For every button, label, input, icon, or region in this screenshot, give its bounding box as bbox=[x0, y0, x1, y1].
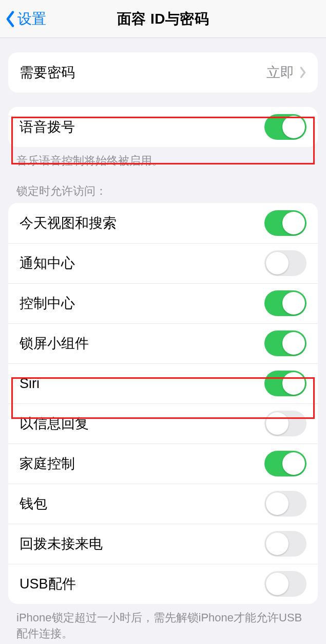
lock-item-toggle[interactable] bbox=[264, 411, 306, 436]
lock-item-label: 回拨未接来电 bbox=[20, 535, 103, 553]
lock-item-row: 家庭控制 bbox=[8, 444, 318, 484]
lock-item-toggle[interactable] bbox=[264, 250, 306, 276]
voice-dial-row: 语音拨号 bbox=[8, 107, 318, 147]
lock-item-row: USB配件 bbox=[8, 564, 318, 604]
lock-item-label: 以信息回复 bbox=[20, 414, 89, 433]
lock-item-toggle[interactable] bbox=[264, 451, 306, 476]
lock-item-row: 回拨未接来电 bbox=[8, 524, 318, 564]
voice-dial-group: 语音拨号 bbox=[8, 107, 318, 147]
lock-item-label: 今天视图和搜索 bbox=[20, 214, 117, 232]
page-title: 面容 ID与密码 bbox=[0, 9, 326, 29]
lock-item-row: 控制中心 bbox=[8, 283, 318, 323]
require-passcode-label: 需要密码 bbox=[20, 63, 75, 82]
usb-footer: iPhone锁定超过一小时后，需先解锁iPhone才能允许USB配件连接。 bbox=[16, 610, 310, 642]
lock-item-toggle[interactable] bbox=[264, 290, 306, 316]
navbar: 设置 面容 ID与密码 bbox=[0, 0, 326, 38]
lock-item-label: USB配件 bbox=[20, 575, 76, 593]
lock-item-toggle[interactable] bbox=[264, 210, 306, 236]
lock-item-label: 锁屏小组件 bbox=[20, 334, 89, 353]
lock-item-toggle[interactable] bbox=[264, 371, 306, 396]
lock-item-toggle[interactable] bbox=[264, 531, 306, 557]
voice-dial-toggle[interactable] bbox=[264, 114, 306, 140]
lock-access-group: 今天视图和搜索通知中心控制中心锁屏小组件Siri以信息回复家庭控制钱包回拨未接来… bbox=[8, 203, 318, 604]
passcode-group: 需要密码 立即 bbox=[8, 52, 318, 93]
back-button[interactable]: 设置 bbox=[0, 9, 46, 29]
back-label: 设置 bbox=[17, 9, 46, 29]
lock-item-label: 家庭控制 bbox=[20, 454, 75, 473]
lock-item-row: 今天视图和搜索 bbox=[8, 203, 318, 243]
lock-item-row: Siri bbox=[8, 363, 318, 403]
require-passcode-value: 立即 bbox=[266, 63, 294, 82]
lock-item-label: Siri bbox=[20, 376, 40, 392]
lock-item-label: 钱包 bbox=[20, 494, 47, 513]
voice-dial-label: 语音拨号 bbox=[20, 118, 75, 136]
lock-item-toggle[interactable] bbox=[264, 330, 306, 356]
lock-item-row: 通知中心 bbox=[8, 243, 318, 283]
lock-item-label: 通知中心 bbox=[20, 254, 75, 272]
lock-item-row: 以信息回复 bbox=[8, 403, 318, 444]
back-chevron-icon bbox=[5, 10, 15, 28]
lock-item-label: 控制中心 bbox=[20, 294, 75, 312]
lock-item-row: 锁屏小组件 bbox=[8, 323, 318, 363]
lock-item-toggle[interactable] bbox=[264, 491, 306, 517]
chevron-right-icon bbox=[299, 66, 306, 79]
lock-item-toggle[interactable] bbox=[264, 571, 306, 597]
lock-item-row: 钱包 bbox=[8, 484, 318, 524]
require-passcode-row[interactable]: 需要密码 立即 bbox=[8, 52, 318, 93]
voice-dial-footer: 音乐语音控制将始终被启用。 bbox=[16, 153, 310, 169]
lock-access-header: 锁定时允许访问： bbox=[16, 183, 310, 199]
